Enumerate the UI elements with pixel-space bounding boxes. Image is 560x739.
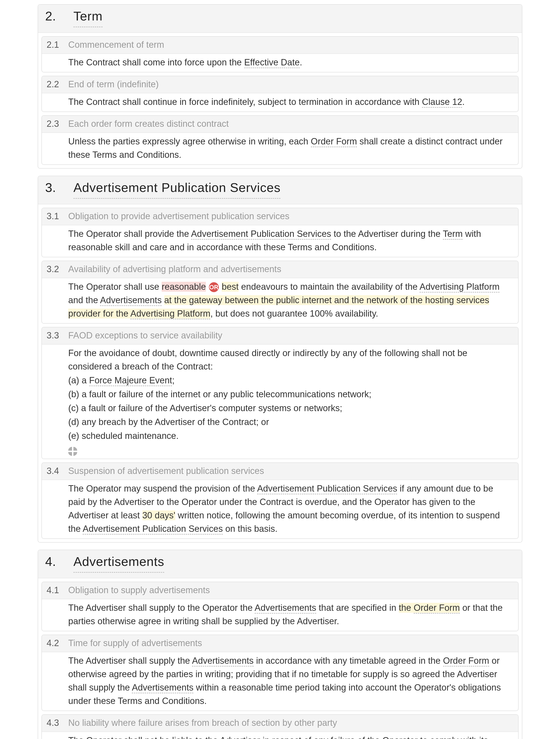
list-item: (a) a Force Majeure Event; (68, 374, 512, 387)
option-a[interactable]: reasonable (162, 282, 206, 292)
clause-head: 4.2 Time for supply of advertisements (42, 635, 518, 652)
clause-number: 2.3 (46, 117, 68, 131)
clause-head: 3.2 Availability of advertising platform… (42, 261, 518, 278)
defined-term[interactable]: Advertisement Publication Services (257, 483, 397, 494)
clause-4-3: 4.3 No liability where failure arises fr… (41, 714, 519, 739)
text: The Advertiser shall supply the (68, 656, 192, 666)
clause-number: 2.1 (46, 38, 68, 51)
list-item: (e) scheduled maintenance. (68, 429, 512, 443)
clause-head: 4.1 Obligation to supply advertisements (42, 582, 518, 599)
clause-2-1: 2.1 Commencement of term The Contract sh… (41, 36, 519, 72)
text: in accordance with any timetable agreed … (254, 656, 443, 666)
clause-body: The Contract shall come into force upon … (42, 54, 518, 72)
text: The Operator shall provide the (68, 229, 191, 239)
clause-2-3: 2.3 Each order form creates distinct con… (41, 115, 519, 165)
clause-title: Each order form creates distinct contrac… (68, 117, 229, 131)
defined-term[interactable]: Order Form (414, 603, 460, 614)
clause-body: The Operator may suspend the provision o… (42, 480, 518, 538)
clause-4-1: 4.1 Obligation to supply advertisements … (41, 582, 519, 631)
text: . (300, 57, 302, 67)
clause-title: FAOD exceptions to service availability (68, 329, 222, 342)
editable-span[interactable]: 30 days' (142, 510, 175, 520)
text: The Contract shall continue in force ind… (68, 97, 422, 107)
text: The Advertiser shall supply to the Opera… (68, 603, 255, 613)
section-head: 2. Term (38, 5, 522, 33)
clause-head: 3.3 FAOD exceptions to service availabil… (42, 327, 518, 344)
defined-term[interactable]: Term (443, 229, 462, 240)
defined-term[interactable]: Advertisements (192, 656, 254, 667)
clause-number: 3.3 (46, 329, 68, 342)
defined-term[interactable]: Advertising Platform (130, 309, 211, 319)
section-4: 4. Advertisements 4.1 Obligation to supp… (38, 550, 522, 739)
clause-number: 4.1 (46, 584, 68, 597)
clause-body: The Operator shall not be liable to the … (42, 732, 518, 739)
list-item: (d) any breach by the Advertiser of the … (68, 415, 512, 429)
clause-title: Time for supply of advertisements (68, 636, 202, 650)
text: The Operator may suspend the provision o… (68, 483, 257, 493)
defined-term[interactable]: Clause 12 (422, 97, 462, 108)
section-title[interactable]: Advertisement Publication Services (74, 178, 280, 199)
clause-number: 3.1 (46, 209, 68, 223)
text: (a) a (68, 376, 89, 385)
text: to the Advertiser during the (331, 229, 443, 239)
clause-3-2: 3.2 Availability of advertising platform… (41, 261, 519, 324)
clause-head: 4.3 No liability where failure arises fr… (42, 715, 518, 732)
clause-body: The Advertiser shall supply to the Opera… (42, 599, 518, 631)
clause-number: 4.3 (46, 716, 68, 730)
defined-term[interactable]: Advertisement Publication Services (191, 229, 331, 240)
or-pill[interactable]: OR (209, 282, 219, 292)
text: on this basis. (223, 524, 277, 534)
section-title[interactable]: Term (74, 7, 103, 27)
clause-body: The Operator shall use reasonable OR bes… (42, 278, 518, 323)
option-b[interactable]: best (222, 282, 239, 292)
clause-number: 4.2 (46, 636, 68, 650)
editable-span[interactable]: the Order Form (399, 603, 460, 613)
text: and the (68, 295, 100, 305)
section-head: 3. Advertisement Publication Services (38, 176, 522, 204)
defined-term[interactable]: Advertisement Publication Services (83, 524, 223, 535)
text: The Contract shall come into force upon … (68, 57, 244, 67)
clause-3-1: 3.1 Obligation to provide advertisement … (41, 208, 519, 257)
text: Unless the parties expressly agree other… (68, 136, 311, 146)
defined-term[interactable]: Advertisements (100, 295, 162, 306)
section-head: 4. Advertisements (38, 550, 522, 578)
text: , but does not guarantee 100% availabili… (211, 309, 378, 318)
clause-title: Commencement of term (68, 38, 164, 51)
text: ; (172, 376, 175, 385)
text: The Operator shall use (68, 282, 162, 292)
clause-head: 3.1 Obligation to provide advertisement … (42, 208, 518, 225)
list-item: (c) a fault or failure of the Advertiser… (68, 402, 512, 415)
defined-term[interactable]: Order Form (443, 656, 489, 667)
clause-title: End of term (indefinite) (68, 78, 159, 91)
defined-term[interactable]: Advertising Platform (420, 282, 500, 293)
defined-term[interactable]: Order Form (311, 136, 357, 147)
section-number: 2. (45, 7, 74, 26)
clause-title: Obligation to provide advertisement publ… (68, 209, 289, 223)
clause-3-3: 3.3 FAOD exceptions to service availabil… (41, 327, 519, 459)
clause-body: The Contract shall continue in force ind… (42, 93, 518, 112)
clause-body: For the avoidance of doubt, downtime cau… (42, 344, 518, 459)
defined-term[interactable]: Effective Date (244, 57, 300, 68)
clause-title: No liability where failure arises from b… (68, 716, 337, 730)
target-icon[interactable] (68, 447, 77, 456)
text: . (462, 97, 465, 107)
clause-number: 2.2 (46, 78, 68, 91)
clause-head: 2.1 Commencement of term (42, 37, 518, 54)
section-title[interactable]: Advertisements (74, 552, 164, 573)
clause-body: The Operator shall provide the Advertise… (42, 225, 518, 257)
text: the (399, 603, 414, 613)
clause-2-2: 2.2 End of term (indefinite) The Contrac… (41, 76, 519, 112)
clause-number: 3.4 (46, 464, 68, 478)
clause-head: 3.4 Suspension of advertisement publicat… (42, 463, 518, 480)
clause-title: Suspension of advertisement publication … (68, 464, 264, 478)
document-page: 2. Term 2.1 Commencement of term The Con… (0, 4, 560, 739)
defined-term[interactable]: Advertisements (255, 603, 316, 614)
section-number: 4. (45, 552, 74, 571)
text: The Operator shall not be liable to the … (68, 735, 488, 739)
list-item: (b) a fault or failure of the internet o… (68, 388, 512, 401)
defined-term[interactable]: Advertisements (132, 683, 193, 693)
clause-head: 2.2 End of term (indefinite) (42, 76, 518, 93)
clause-title: Obligation to supply advertisements (68, 584, 210, 597)
defined-term[interactable]: Force Majeure Event (89, 376, 172, 386)
text: that are specified in (316, 603, 399, 613)
